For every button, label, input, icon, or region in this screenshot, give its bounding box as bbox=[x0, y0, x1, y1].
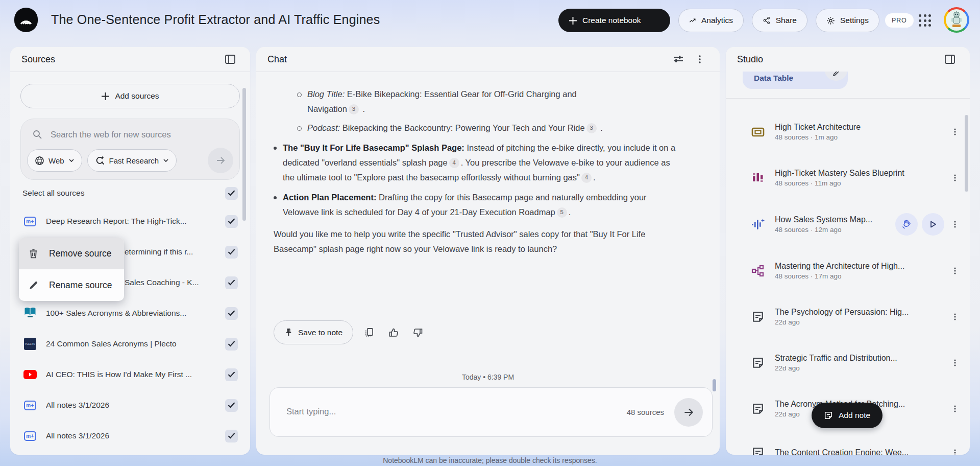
save-to-note-button[interactable]: Save to note bbox=[274, 320, 353, 344]
source-checkbox[interactable] bbox=[225, 246, 238, 259]
studio-item-meta: 22d ago bbox=[775, 364, 947, 372]
studio-item-row[interactable]: The Content Creation Engine: Wee... bbox=[739, 438, 963, 455]
analytics-button[interactable]: Analytics bbox=[678, 9, 744, 32]
mindmap-icon bbox=[750, 264, 766, 277]
note-icon bbox=[824, 411, 833, 420]
chat-sub-bullet: Podcast: Bikepacking the Backcountry: Po… bbox=[297, 121, 603, 135]
chat-panel: Chat Blog Title: E-Bike Bikepacking: Ess… bbox=[256, 47, 720, 455]
source-title: Deep Research Report: The High-Tick... bbox=[46, 217, 225, 226]
citation-chip[interactable]: 4 bbox=[449, 158, 459, 168]
plus-icon bbox=[101, 92, 110, 101]
share-icon bbox=[763, 16, 771, 25]
flashcards-icon bbox=[750, 126, 766, 138]
research-mode-dropdown[interactable]: Fast Research bbox=[87, 149, 177, 172]
web-search-card: Search the web for new sources Web Fast … bbox=[20, 119, 240, 180]
studio-item-more-icon[interactable] bbox=[947, 307, 963, 327]
arrow-right-icon bbox=[682, 406, 695, 418]
select-all-checkbox[interactable] bbox=[225, 187, 238, 200]
studio-item-more-icon[interactable] bbox=[947, 214, 963, 235]
source-row[interactable]: m+Deep Research Report: The High-Tick... bbox=[22, 209, 238, 234]
arrow-right-icon bbox=[215, 155, 226, 166]
report-icon bbox=[750, 171, 766, 184]
source-checkbox[interactable] bbox=[225, 276, 238, 289]
studio-item-title: The Psychology of Persuasion: Hig... bbox=[775, 308, 947, 317]
collapse-studio-panel-icon[interactable] bbox=[941, 51, 959, 68]
search-icon bbox=[32, 129, 42, 139]
studio-item-more-icon[interactable] bbox=[947, 122, 963, 142]
create-notebook-button[interactable]: Create notebook bbox=[558, 9, 670, 32]
globe-icon bbox=[35, 156, 44, 166]
add-note-button[interactable]: Add note bbox=[812, 403, 883, 428]
chevron-down-icon bbox=[68, 157, 75, 164]
chat-message: Blog Title: E-Bike Bikepacking: Essentia… bbox=[256, 72, 720, 337]
share-button[interactable]: Share bbox=[752, 9, 807, 32]
source-title: AI CEO: THIS is How I'd Make My First ..… bbox=[46, 370, 225, 379]
collapse-sources-panel-icon[interactable] bbox=[222, 51, 239, 68]
app-header: The One-Sentence Profit Extractor and AI… bbox=[0, 0, 980, 47]
source-checkbox[interactable] bbox=[225, 399, 238, 412]
notebooklm-notes-icon: m+ bbox=[24, 401, 36, 410]
google-apps-grid-icon[interactable] bbox=[919, 14, 932, 28]
studio-item-more-icon[interactable] bbox=[947, 442, 963, 455]
add-sources-button[interactable]: Add sources bbox=[20, 84, 240, 108]
chat-input-placeholder: Start typing... bbox=[286, 407, 336, 416]
settings-button[interactable]: Settings bbox=[816, 9, 879, 32]
studio-item-title: How Sales Systems Map... bbox=[775, 215, 895, 224]
source-row[interactable]: m+All notes 3/1/2026 bbox=[22, 424, 238, 448]
thumbs-down-icon[interactable] bbox=[409, 324, 427, 341]
source-row[interactable]: PLECTO24 Common Sales Acronyms | Plecto bbox=[22, 332, 238, 356]
studio-item-row[interactable]: Strategic Traffic and Distribution...22d… bbox=[739, 348, 963, 377]
studio-item-row[interactable]: High Ticket Architecture48 sources · 1m … bbox=[739, 118, 963, 146]
studio-item-more-icon[interactable] bbox=[947, 399, 963, 419]
chat-more-menu-icon[interactable] bbox=[691, 51, 708, 68]
send-message-button[interactable] bbox=[674, 398, 703, 427]
citation-chip[interactable]: 5 bbox=[557, 207, 567, 218]
copy-icon[interactable] bbox=[360, 324, 378, 341]
studio-item-more-icon[interactable] bbox=[947, 353, 963, 373]
source-checkbox[interactable] bbox=[225, 430, 238, 442]
studio-scrollbar[interactable] bbox=[965, 115, 968, 192]
chat-sub-bullet: Blog Title: E-Bike Bikepacking: Essentia… bbox=[297, 87, 603, 116]
plecto-favicon: PLECTO bbox=[24, 338, 36, 350]
studio-item-title: The Content Creation Engine: Wee... bbox=[775, 448, 947, 455]
interactive-mode-button[interactable] bbox=[895, 213, 918, 236]
pin-icon bbox=[284, 328, 293, 337]
web-filter-dropdown[interactable]: Web bbox=[27, 149, 82, 172]
studio-item-more-icon[interactable] bbox=[947, 168, 963, 188]
run-search-button[interactable] bbox=[208, 148, 233, 173]
notebooklm-notes-icon: m+ bbox=[24, 217, 36, 226]
play-audio-button[interactable] bbox=[922, 213, 944, 236]
notebook-title[interactable]: The One-Sentence Profit Extractor and AI… bbox=[51, 12, 380, 27]
citation-chip[interactable]: 3 bbox=[586, 123, 597, 133]
source-title: 100+ Sales Acronyms & Abbreviations... bbox=[46, 309, 225, 318]
studio-item-row[interactable]: The Psychology of Persuasion: Hig...22d … bbox=[739, 302, 963, 331]
studio-item-meta: 48 sources · 12m ago bbox=[775, 226, 895, 234]
notebooklm-logo-icon[interactable] bbox=[14, 8, 38, 32]
thumbs-up-icon[interactable] bbox=[385, 324, 402, 341]
studio-item-row[interactable]: Mastering the Architecture of High...48 … bbox=[739, 257, 963, 285]
studio-item-row[interactable]: How Sales Systems Map...48 sources · 12m… bbox=[739, 210, 963, 239]
chat-input-box[interactable]: Start typing... 48 sources bbox=[270, 387, 713, 437]
source-row[interactable]: 100+ Sales Acronyms & Abbreviations... bbox=[22, 301, 238, 325]
source-row[interactable]: m+All notes 3/1/2026 bbox=[22, 393, 238, 417]
source-checkbox[interactable] bbox=[225, 368, 238, 381]
citation-chip[interactable]: 4 bbox=[581, 173, 592, 183]
source-checkbox[interactable] bbox=[225, 307, 238, 320]
rename-source-menu-item[interactable]: Rename source bbox=[19, 269, 124, 301]
trash-icon bbox=[28, 248, 39, 259]
studio-item-more-icon[interactable] bbox=[947, 261, 963, 281]
sources-scrollbar[interactable] bbox=[242, 88, 246, 221]
note-icon bbox=[750, 311, 766, 323]
chat-timestamp: Today • 6:39 PM bbox=[256, 373, 720, 381]
source-row[interactable]: AI CEO: THIS is How I'd Make My First ..… bbox=[22, 362, 238, 387]
remove-source-menu-item[interactable]: Remove source bbox=[19, 238, 124, 269]
studio-item-row[interactable]: High-Ticket Mastery Sales Blueprint48 so… bbox=[739, 164, 963, 192]
account-avatar[interactable] bbox=[944, 7, 969, 33]
chat-scrollbar[interactable] bbox=[713, 379, 716, 391]
source-checkbox[interactable] bbox=[225, 338, 238, 351]
chat-settings-tune-icon[interactable] bbox=[670, 51, 687, 68]
source-checkbox[interactable] bbox=[225, 215, 238, 228]
citation-chip[interactable]: 3 bbox=[349, 104, 359, 114]
waving-hand-icon bbox=[901, 219, 912, 229]
search-input[interactable]: Search the web for new sources bbox=[51, 130, 171, 139]
